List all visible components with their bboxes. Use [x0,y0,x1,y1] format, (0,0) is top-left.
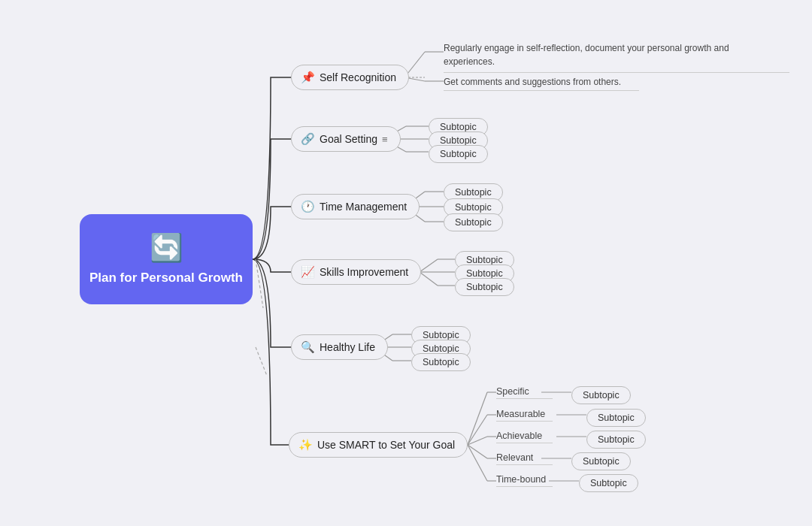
central-node[interactable]: 🔄 Plan for Personal Growth [80,214,253,304]
smart-timebound-subtopic[interactable]: Subtopic [579,474,638,492]
smart-achievable: Achievable [496,431,542,441]
goal-setting-extra: ≡ [382,134,388,145]
svg-line-37 [468,445,487,481]
central-icon: 🔄 [150,232,183,264]
svg-line-29 [468,392,487,445]
branch-goal-setting[interactable]: 🔗 Goal Setting ≡ [291,126,401,152]
smart-measurable: Measurable [496,409,545,419]
goal-setting-label: Goal Setting [320,133,377,145]
healthy-life-icon: 🔍 [301,340,315,354]
branch-self-recognition[interactable]: 📌 Self Recognition [291,65,409,90]
smart-goal-icon: ✨ [298,438,313,452]
svg-line-17 [420,259,438,272]
branch-time-management[interactable]: 🕐 Time Management [291,194,420,219]
healthy-life-label: Healthy Life [320,341,375,353]
svg-line-44 [256,347,267,376]
smart-specific: Specific [496,386,529,397]
self-recognition-label: Self Recognition [320,71,396,83]
subtopic-hl-3[interactable]: Subtopic [411,353,471,371]
subtopic-si-3[interactable]: Subtopic [455,278,514,296]
time-management-icon: 🕐 [301,200,315,213]
branch-smart-goal[interactable]: ✨ Use SMART to Set Your Goal [289,432,468,458]
smart-relevant: Relevant [496,452,533,463]
svg-line-35 [468,445,487,458]
info-text-1: Regularly engage in self-reflection, doc… [444,41,737,68]
smart-relevant-subtopic[interactable]: Subtopic [571,452,631,470]
subtopic-tm-3[interactable]: Subtopic [444,213,503,231]
info-text-2: Get comments and suggestions from others… [444,75,621,89]
smart-achievable-subtopic[interactable]: Subtopic [586,431,646,449]
self-recognition-icon: 📌 [301,71,315,84]
goal-setting-icon: 🔗 [301,132,315,146]
smart-specific-subtopic[interactable]: Subtopic [571,386,631,404]
smart-timebound: Time-bound [496,474,546,485]
subtopic-gs-3[interactable]: Subtopic [429,145,488,163]
svg-line-31 [468,415,487,445]
skills-improvement-icon: 📈 [301,265,315,279]
svg-line-45 [256,259,263,308]
svg-line-33 [468,437,487,445]
smart-measurable-subtopic[interactable]: Subtopic [586,409,646,427]
branch-healthy-life[interactable]: 🔍 Healthy Life [291,334,388,360]
branch-skills-improvement[interactable]: 📈 Skills Improvement [291,259,421,285]
smart-goal-label: Use SMART to Set Your Goal [317,439,455,451]
skills-improvement-label: Skills Improvement [320,266,408,278]
svg-line-21 [420,272,438,286]
central-label: Plan for Personal Growth [89,270,243,286]
time-management-label: Time Management [320,201,407,213]
